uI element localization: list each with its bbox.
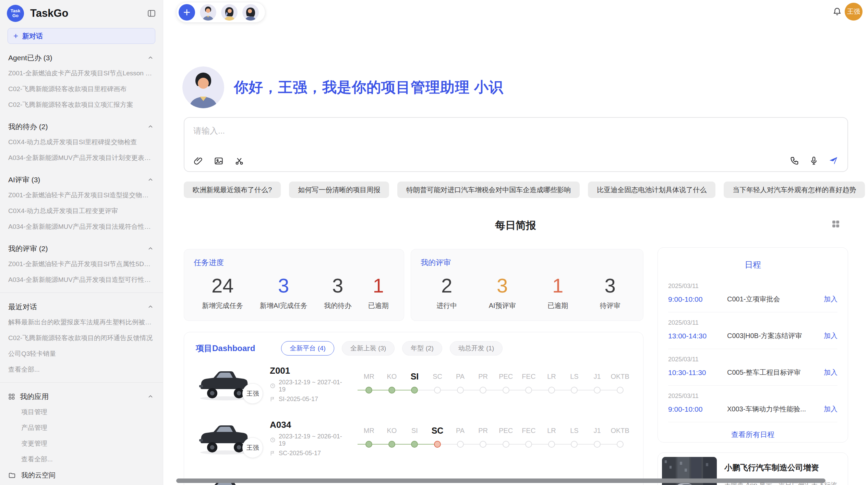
schedule-event-title: C001-立项审批会 [727,295,824,304]
join-link[interactable]: 加入 [824,331,837,340]
schedule-title: 日程 [668,248,837,270]
filter-tab[interactable]: 年型 (2) [402,341,442,356]
suggestion-chip[interactable]: 比亚迪全固态电池计划具体说了什么 [588,182,715,198]
schedule-date: 2025/03/11 [668,319,837,326]
join-link[interactable]: 加入 [824,295,837,304]
send-icon[interactable] [828,156,839,166]
notification-bell-icon[interactable] [832,7,842,16]
suggestion-chip[interactable]: 欧洲新规最近颁布了什么? [184,182,281,198]
chevron-up-icon[interactable] [147,176,154,183]
phone-icon[interactable] [790,156,799,165]
agent-avatar-1[interactable] [200,4,216,21]
app-item-change-mgmt[interactable]: 变更管理 [0,436,163,451]
milestone-label: MR [358,371,381,383]
sidebar-item[interactable]: C0X4-动力总成开发项目工程变更评审 [0,203,163,219]
layout-grid-icon[interactable] [831,219,841,229]
stat-value: 2 [436,274,457,297]
recent-chat-item[interactable]: 解释最新出台的欧盟报废车法规再生塑料比例被调至15%... [0,314,163,330]
milestone-sc: SC [426,425,449,451]
microphone-icon[interactable] [809,156,819,165]
sidebar-item[interactable]: C02-飞腾新能源轻客改款项目立项汇报方案 [0,97,163,113]
recent-chat-item[interactable]: C02-飞腾新能源轻客改款项目的闭环通告反馈情况 [0,330,163,346]
chevron-up-icon[interactable] [147,303,154,310]
sidebar-item[interactable]: Z001-全新燃油轻卡产品开发项目SI节点属性5D文件评审 [0,256,163,272]
app-item-project-mgmt[interactable]: 项目管理 [0,404,163,420]
apps-view-all[interactable]: 查看全部... [0,451,163,467]
suggestion-chip[interactable]: 当下年轻人对汽车外观有怎样的喜好趋势 [724,182,865,198]
sidebar-collapse-icon[interactable] [147,9,156,18]
add-agent-button[interactable] [179,4,195,21]
section-recent-chats[interactable]: 最近对话 [0,293,163,314]
sidebar-item[interactable]: C0X4-动力总成开发项目SI里程碑提交物检查 [0,134,163,150]
section-title: 我的评审 (2) [8,244,48,253]
chevron-up-icon[interactable] [147,123,154,130]
chat-input[interactable] [193,126,605,136]
suggestion-chip[interactable]: 如何写一份清晰的项目周报 [289,182,389,198]
recent-chats-view-all[interactable]: 查看全部... [0,362,163,377]
suggestion-chips: 欧洲新规最近颁布了什么? 如何写一份清晰的项目周报 特朗普可能对进口汽车增税会对… [184,182,849,198]
section-title: 我的应用 [20,392,49,401]
project-milestone-tag: SI-2025-05-17 [270,396,347,403]
clock-icon [270,383,276,389]
milestone-pr: PR [472,371,495,397]
section-my-review[interactable]: 我的评审 (2) [0,235,163,256]
filter-tab[interactable]: 动总开发 (1) [450,341,503,356]
chevron-up-icon[interactable] [147,54,154,61]
clock-icon [270,437,276,443]
new-chat-button[interactable]: + 新对话 [8,28,155,44]
milestone-pec: PEC [494,371,517,397]
project-vehicle-image: 王强 [196,364,254,404]
chevron-up-icon[interactable] [147,393,154,400]
dashboard-header: 项目Dashboard 全新平台 (4) 全新上装 (3) 年型 (2) 动总开… [184,332,643,357]
project-info: Z001 2023-12-19 ~ 2027-01-19 SI-2025-05-… [264,365,347,403]
sidebar-item[interactable]: Z001-全新燃油轻卡产品开发项目SI造型提交物评审 [0,187,163,203]
sidebar-item[interactable]: C02-飞腾新能源轻客改款项目里程碑画布 [0,81,163,97]
agent-avatar-2[interactable] [221,4,238,21]
sidebar-item[interactable]: A034-全新新能源MUV产品开发项目计划变更表编写 [0,150,163,166]
section-my-apps[interactable]: 我的应用 [0,383,163,404]
milestone-dot [525,441,532,448]
sidebar-item[interactable]: A034-全新新能源MUV产品开发项目法规符合性评审 [0,219,163,235]
sidebar-item[interactable]: Z001-全新燃油皮卡产品开发项目SI节点Lesson Learn报告 [0,65,163,81]
project-row[interactable]: 王强 Z001 2023-12-19 ~ 2027-01-19 SI-2025-… [184,357,643,411]
suggestion-chip[interactable]: 特朗普可能对进口汽车增税会对中国车企造成哪些影响 [397,182,580,198]
join-link[interactable]: 加入 [824,405,837,414]
filter-tab[interactable]: 全新上装 (3) [342,341,395,356]
schedule-event-title: C003|H0B-方案冻结评审 [727,331,824,340]
join-link[interactable]: 加入 [824,368,837,377]
sidebar-item-favorites[interactable]: 我的收藏 [0,483,163,485]
milestone-label: OKTB [608,371,631,383]
schedule-item: 2025/03/11 9:00-10:00 X003-车辆动力学性能验... 加… [668,386,837,422]
user-avatar[interactable]: 王强 [845,3,863,21]
attachment-icon[interactable] [193,156,203,166]
section-agent-done[interactable]: Agent已办 (3) [0,44,163,65]
chevron-up-icon[interactable] [147,245,154,252]
section-my-todo[interactable]: 我的待办 (2) [0,113,163,134]
section-ai-review[interactable]: AI评审 (3) [0,166,163,187]
top-toolbar [176,2,265,23]
project-vehicle-image: 王强 [196,418,254,458]
view-all-schedule-link[interactable]: 查看所有日程 [668,422,837,439]
stat-value: 1 [547,274,568,297]
milestone-dot [571,441,578,448]
logo-text-bottom: Go [12,13,19,18]
milestone-fec: FEC [517,425,540,451]
recent-chat-item[interactable]: 公司Q3轻卡销量 [0,346,163,362]
sidebar-item[interactable]: A034-全新新能源MUV产品开发项目造型可行性评审 [0,272,163,288]
app-item-product-mgmt[interactable]: 产品管理 [0,420,163,436]
app-title: TaskGo [30,7,68,20]
sidebar-item-cloud-space[interactable]: 我的云空间 [0,467,163,483]
filter-tab[interactable]: 全新平台 (4) [281,341,334,356]
scissors-icon[interactable] [234,156,244,166]
my-apps-section: 我的应用 项目管理 产品管理 变更管理 查看全部... [0,383,163,467]
project-dates: 2023-12-19 ~ 2026-01-19 [270,433,347,447]
message-composer[interactable] [184,117,848,172]
project-row[interactable]: 王强 A034 2023-12-19 ~ 2026-01-19 SC-2025-… [184,411,643,465]
milestone-label: KO [381,425,403,437]
milestone-si: SI [403,425,426,451]
horizontal-scrollbar[interactable] [176,478,825,483]
agent-avatar-3[interactable] [242,4,259,21]
milestone-dot [503,441,509,448]
milestone-label: PEC [494,425,517,437]
image-icon[interactable] [214,156,224,166]
